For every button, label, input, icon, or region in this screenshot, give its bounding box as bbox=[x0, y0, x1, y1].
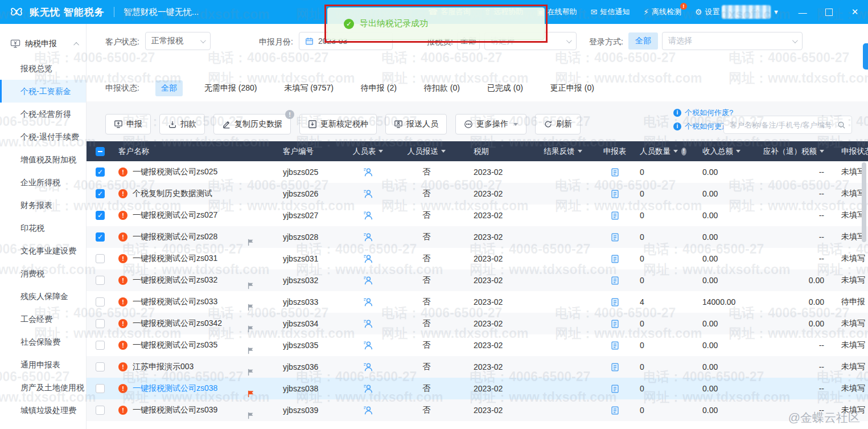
submit-personnel-button[interactable]: 报送人员 bbox=[385, 114, 447, 134]
table-row[interactable]: ! 一键报税测试公司zs031 yjbszs031 否 2023-02 0 0.… bbox=[87, 248, 868, 269]
sort-caret-icon[interactable] bbox=[820, 150, 824, 153]
row-checkbox[interactable] bbox=[96, 406, 105, 415]
flag-icon[interactable] bbox=[247, 346, 255, 355]
personnel-table-icon[interactable] bbox=[363, 167, 373, 178]
row-checkbox[interactable] bbox=[96, 297, 105, 307]
header-cell-8[interactable]: 人员数量! bbox=[630, 146, 686, 157]
update-tax-types-button[interactable]: 更新核定税种 bbox=[299, 114, 377, 134]
table-row[interactable]: ! 一键报税测试公司zs032 yjbszs032 否 2023-02 0 0.… bbox=[87, 269, 868, 291]
personnel-table-icon[interactable] bbox=[363, 297, 373, 308]
declare-form-icon[interactable] bbox=[610, 384, 620, 394]
declare-form-icon[interactable] bbox=[610, 362, 620, 372]
customer-status-select[interactable]: 正常报税 bbox=[145, 32, 211, 50]
table-row[interactable]: ✓ ! 一键报税测试公司zs028 yjbszs028 否 2023-02 0 … bbox=[87, 226, 868, 248]
row-checkbox[interactable] bbox=[96, 276, 105, 285]
header-cell-3[interactable]: 人员表 bbox=[341, 146, 395, 157]
customer-search-input[interactable] bbox=[730, 121, 837, 129]
header-cell-10[interactable]: 应补（退）税额 bbox=[760, 146, 840, 157]
personnel-table-icon[interactable] bbox=[363, 210, 373, 221]
row-checkbox[interactable]: ✓ bbox=[96, 232, 105, 242]
customer-name[interactable]: 一键报税测试公司zs028 bbox=[133, 232, 217, 242]
more-actions-button[interactable]: 更多操作 bbox=[455, 114, 526, 134]
row-checkbox[interactable]: ✓ bbox=[96, 189, 105, 198]
row-checkbox[interactable] bbox=[96, 341, 105, 350]
customer-name[interactable]: 一键报税测试公司zs033 bbox=[133, 297, 217, 307]
sidebar-item-0[interactable]: 报税总览 bbox=[0, 57, 86, 80]
personnel-table-icon[interactable] bbox=[363, 275, 373, 286]
personnel-table-icon[interactable] bbox=[363, 362, 373, 373]
window-maximize-button[interactable] bbox=[816, 0, 842, 24]
flag-icon[interactable] bbox=[247, 411, 255, 420]
status-option-pending-declare[interactable]: 待申报 (2) bbox=[355, 80, 402, 96]
row-checkbox[interactable] bbox=[96, 362, 105, 371]
deduct-button[interactable]: 扣款 bbox=[159, 114, 205, 134]
personnel-table-icon[interactable] bbox=[363, 340, 373, 351]
sidebar-item-10[interactable]: 残疾人保障金 bbox=[0, 285, 86, 308]
declare-button[interactable]: 申报 bbox=[105, 114, 151, 134]
sidebar-item-13[interactable]: 通用申报表 bbox=[0, 353, 86, 376]
personnel-table-icon[interactable] bbox=[363, 383, 373, 394]
status-option-all[interactable]: 全部 bbox=[155, 80, 183, 96]
customer-name[interactable]: 一键报税测试公司zs039 bbox=[133, 405, 217, 415]
sidebar-item-12[interactable]: 社会保险费 bbox=[0, 330, 86, 353]
flag-icon[interactable] bbox=[247, 368, 255, 377]
header-cell-9[interactable]: 收入总额 bbox=[686, 146, 760, 157]
declare-form-icon[interactable] bbox=[610, 276, 620, 285]
personnel-table-icon[interactable] bbox=[363, 405, 373, 416]
flag-icon[interactable] bbox=[247, 325, 255, 333]
declare-form-icon[interactable] bbox=[610, 341, 620, 350]
sidebar-item-15[interactable]: 城镇垃圾处理费 bbox=[0, 399, 86, 422]
table-row[interactable]: ! 一键报税测试公司zs038 yjbszs038 否 2023-02 0 0.… bbox=[87, 378, 868, 399]
flag-icon[interactable] bbox=[247, 303, 255, 312]
select-all-checkbox[interactable] bbox=[96, 147, 105, 156]
collapsed-panel-handle[interactable] bbox=[863, 43, 868, 70]
row-checkbox[interactable]: ✓ bbox=[96, 167, 105, 177]
table-row[interactable]: ! 一键报税测试公司zs035 yjbszs035 否 2023-02 0 0.… bbox=[87, 334, 868, 356]
login-mode-all-chip[interactable]: 全部 bbox=[628, 32, 658, 50]
window-close-button[interactable]: ✕ bbox=[842, 0, 868, 24]
sort-caret-icon[interactable] bbox=[578, 150, 582, 153]
table-row[interactable]: ! 江苏申报演示003 yjbszs036 否 2023-02 0 0.00 -… bbox=[87, 356, 868, 378]
sort-caret-icon[interactable] bbox=[673, 150, 678, 153]
flag-icon[interactable] bbox=[247, 390, 255, 398]
customer-name[interactable]: 一键报税测试公司zs032 bbox=[133, 275, 217, 285]
personnel-table-icon[interactable] bbox=[363, 189, 373, 199]
table-row[interactable]: ✓ ! 一键报税测试公司zs025 yjbszs025 否 2023-02 0 … bbox=[87, 161, 868, 183]
table-row[interactable]: ! 一键报税测试公司zs033 yjbszs033 否 2023-02 4 14… bbox=[87, 291, 868, 313]
sidebar-item-9[interactable]: 消费税 bbox=[0, 262, 86, 285]
customer-name[interactable]: 个税复制历史数据测试 bbox=[133, 189, 212, 199]
header-cell-6[interactable]: 结果反馈 bbox=[526, 146, 600, 157]
status-option-pending-deduct[interactable]: 待扣款 (0) bbox=[418, 80, 466, 96]
personnel-table-icon[interactable] bbox=[363, 254, 373, 264]
copy-history-button[interactable]: 复制历史数据 ! bbox=[213, 114, 291, 134]
sidebar-item-3[interactable]: 个税-退付手续费 bbox=[0, 125, 86, 148]
sidebar-item-8[interactable]: 文化事业建设费 bbox=[0, 239, 86, 262]
sort-caret-icon[interactable] bbox=[379, 150, 383, 153]
account-dropdown-caret-icon[interactable]: ▼ bbox=[773, 9, 779, 15]
row-checkbox[interactable] bbox=[96, 319, 105, 328]
declare-form-icon[interactable] bbox=[610, 254, 620, 264]
declare-form-icon[interactable] bbox=[610, 211, 620, 220]
login-mode-select[interactable]: 请选择 bbox=[662, 32, 803, 50]
declare-form-icon[interactable] bbox=[610, 232, 620, 242]
flag-icon[interactable] bbox=[247, 281, 255, 290]
menu-item-offline-check[interactable]: ⚡离线检测! bbox=[643, 7, 681, 17]
sort-caret-icon[interactable] bbox=[441, 150, 446, 153]
flag-icon[interactable] bbox=[247, 238, 255, 247]
declare-form-icon[interactable] bbox=[610, 167, 620, 177]
table-row[interactable]: ! 一键报税测试公司zs039 yjbszs039 否 2023-02 0 0.… bbox=[87, 399, 868, 421]
customer-name[interactable]: 一键报税测试公司zs025 bbox=[133, 167, 217, 177]
menu-item-sms-notify[interactable]: ✉短信通知 bbox=[590, 7, 630, 17]
row-checkbox[interactable]: ✓ bbox=[96, 211, 105, 220]
customer-name[interactable]: 一键报税测试公司zs038 bbox=[133, 383, 217, 394]
sidebar-item-11[interactable]: 工会经费 bbox=[0, 308, 86, 330]
sidebar-item-5[interactable]: 企业所得税 bbox=[0, 171, 86, 194]
declare-form-icon[interactable] bbox=[610, 297, 620, 307]
sidebar-item-2[interactable]: 个税-经营所得 bbox=[0, 103, 86, 125]
row-checkbox[interactable] bbox=[96, 254, 105, 263]
user-account-blurred[interactable] bbox=[722, 5, 771, 19]
sort-caret-icon[interactable] bbox=[736, 150, 741, 153]
personnel-table-icon[interactable] bbox=[363, 318, 373, 329]
row-checkbox[interactable] bbox=[96, 384, 105, 393]
sidebar-item-14[interactable]: 房产及土地使用税 bbox=[0, 376, 86, 399]
